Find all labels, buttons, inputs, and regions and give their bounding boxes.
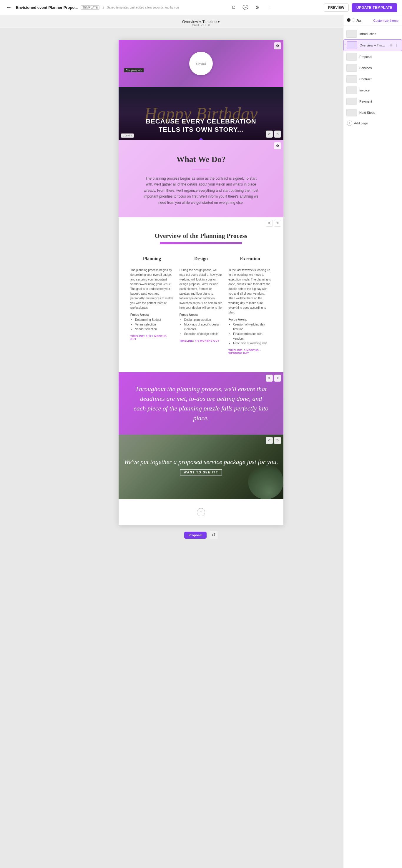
redo-button[interactable]: ↻ [274,130,281,137]
page-thumbnail [346,75,357,83]
more-icon[interactable]: ⋮ [265,3,273,12]
banner-heading-line2: TELLS ITS OWN STORY... [119,126,283,134]
execution-column: Execution In the last few weeks leading … [228,256,271,354]
bottom-bar: Proposal ↺ [119,531,283,539]
page-thumbnail [346,87,357,94]
sidebar-item-services[interactable]: Services [343,62,402,73]
quote-undo-button[interactable]: ↺ [266,375,273,382]
proposal-button-bottom[interactable]: Proposal [184,532,206,539]
list-item: Creation of wedding day timeline [233,322,271,332]
sidebar-item-overview[interactable]: ⠿ Overview + Time... ⚙ ⋮ [343,39,402,51]
add-page-label: Add page [354,121,368,125]
logo-circle: Savanel [189,52,213,75]
settings-icon[interactable]: ⚙ [253,3,261,12]
list-item: Execution of wedding day [233,341,271,346]
quote-banner: ↺ ↻ Throughout the planning process, we'… [119,372,283,435]
what-we-do-body: The planning process begins as soon as t… [142,176,260,206]
preview-button[interactable]: PREVIEW [324,3,349,12]
top-bar: ← Envisioned event Planner Propo... TEMP… [0,0,402,15]
page-thumbnail [346,64,357,72]
customize-theme-link[interactable]: Customize theme [373,19,399,22]
document-title: Envisioned event Planner Propo... [16,5,78,10]
saved-text: Saved templates Last edited a few second… [107,6,179,9]
final-undo-redo: ↺ ↻ [266,437,281,444]
quote-text: Throughout the planning process, we'll e… [133,384,269,423]
planning-column: Planning The planning process begins by … [131,256,174,354]
what-we-do-title: What We Do? [131,155,271,164]
banner-heading-line1: BECAUSE EVERY CELEBRATION [119,117,283,126]
three-columns: Planning The planning process begins by … [131,256,271,354]
quote-undo-redo: ↺ ↻ [266,375,281,382]
execution-body: In the last few weeks leading up to the … [228,268,271,315]
back-button[interactable]: ← [5,3,13,12]
main-layout: Overview + Timeline ▾ PAGE 2 OF 8 $0.00 … [0,0,402,868]
right-panel: Aa Customize theme Introduction ⠿ Overvi… [343,15,402,868]
logo-text: Savanel [196,61,206,66]
what-we-do-settings-icon[interactable]: ⚙ [274,142,281,149]
dot-black [347,18,350,22]
bottom-undo-button[interactable]: ↺ [209,531,218,539]
planning-focus-list: Determining Budget Venue selection Vendo… [131,317,174,332]
desktop-icon[interactable]: 🖥 [230,3,238,12]
sidebar-item-proposal[interactable]: Proposal [343,51,402,62]
what-we-do-section: ⚙ What We Do? The planning process begin… [119,140,283,217]
planning-timeline: TIMELINE: 9-12+ MONTHS OUT [131,335,174,341]
design-focus-list: Design plan creation Mock-ups of specifi… [179,317,223,336]
top-bar-center: 🖥 💬 ⚙ ⋮ [230,3,273,12]
document-canvas: Savanel ⚙ Company info Happy Birthday BE… [119,40,283,525]
info-icon[interactable]: ℹ [103,5,104,10]
overview-section: ↺ ↻ Overview of the Planning Process Pla… [119,217,283,372]
final-redo-button[interactable]: ↻ [274,437,281,444]
page-more-icon[interactable]: ⋮ [394,43,399,48]
template-badge: TEMPLATE [81,5,99,10]
execution-underline [244,264,256,264]
execution-title: Execution [228,256,271,261]
chat-icon[interactable]: 💬 [241,3,250,12]
page-thumbnail [346,98,357,105]
sidebar-item-invoice[interactable]: Invoice [343,85,402,96]
final-heading: We've put together a proposed service pa… [124,458,278,466]
add-page-area: + [119,499,283,525]
overview-redo-button[interactable]: ↻ [274,220,281,227]
page-name-dropdown[interactable]: Overview + Timeline ▾ [182,20,220,24]
aa-text: Aa [356,18,362,23]
panel-dots: Aa [347,18,362,23]
update-template-button[interactable]: UPDATE TEMPLATE [352,3,397,12]
planning-title: Planning [131,256,174,261]
design-timeline: TIMELINE: 4-9 MONTHS OUT [179,339,223,342]
sidebar-item-label: Invoice [359,89,399,92]
quote-redo-button[interactable]: ↻ [274,375,281,382]
list-item: Selection of design details [184,332,223,336]
add-page-row[interactable]: + Add page [343,118,402,128]
section-settings-icon[interactable]: ⚙ [274,42,281,50]
final-undo-button[interactable]: ↺ [266,437,273,444]
sidebar-item-label: Introduction [359,32,399,36]
sidebar-item-label: Overview + Time... [360,43,386,47]
planning-focus-title: Focus Areas: [131,313,174,316]
banner-undo-redo: ↺ ↻ [266,130,281,137]
sidebar-item-introduction[interactable]: Introduction [343,28,402,39]
add-section-button[interactable]: + [197,508,205,516]
overview-undo-button[interactable]: ↺ [266,220,273,227]
sidebar-item-next-steps[interactable]: Next Steps [343,107,402,118]
banner-text: BECAUSE EVERY CELEBRATION TELLS ITS OWN … [119,117,283,134]
sidebar-item-label: Proposal [359,55,399,59]
list-item: Design plan creation [184,317,223,322]
undo-button[interactable]: ↺ [266,130,273,137]
toolbar-icons: 🖥 💬 ⚙ ⋮ [230,3,273,12]
sidebar-item-payment[interactable]: Payment [343,96,402,107]
top-bar-right: PREVIEW UPDATE TEMPLATE [324,3,397,12]
page-settings-icon[interactable]: ⚙ [389,43,393,48]
hero-section: Savanel ⚙ Company info [119,40,283,87]
company-info-tooltip: Company info [124,68,144,72]
page-controls-bar: Overview + Timeline ▾ PAGE 2 OF 8 $0.00 … [0,15,402,28]
banner-image: Happy Birthday BECAUSE EVERY CELEBRATION… [119,87,283,140]
page-action-icons: ⚙ ⋮ [389,43,399,48]
sidebar-item-contract[interactable]: Contract [343,73,402,85]
drag-icon: ⠿ [344,44,346,47]
final-cta-button[interactable]: WANT TO SEE IT? [180,469,222,475]
design-body: During the design phase, we map out ever… [179,268,223,310]
page-thumbnail [347,41,357,49]
top-bar-left: ← Envisioned event Planner Propo... TEMP… [5,3,179,12]
panel-pages: Introduction ⠿ Overview + Time... ⚙ ⋮ Pr… [343,26,402,130]
